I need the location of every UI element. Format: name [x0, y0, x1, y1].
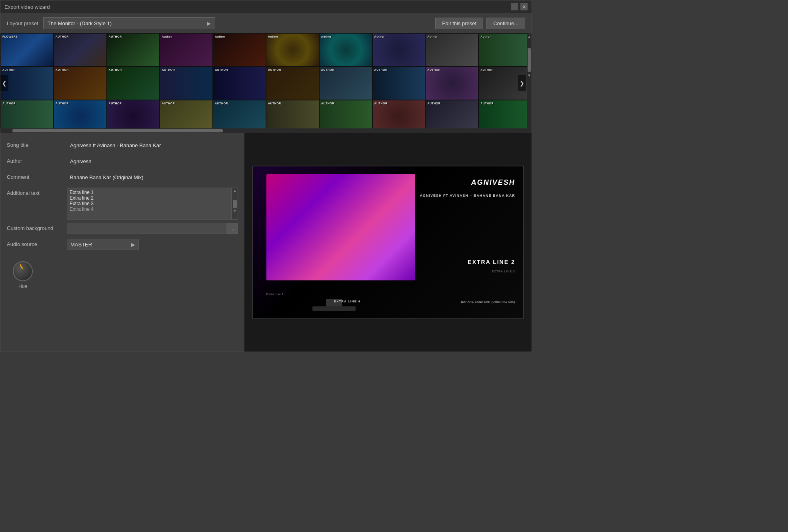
thumb-label: AUTHOR	[162, 102, 175, 105]
thumbnails-nav-right[interactable]: ❯	[518, 75, 526, 91]
additional-text-scrollbar[interactable]: ▲ ▼	[232, 188, 238, 220]
preset-value: The Monitor - (Dark Style 1)	[48, 20, 112, 26]
thumb-label: AUTHOR	[427, 68, 440, 71]
author-row: Author Agnivesh	[7, 156, 238, 168]
preview-author-text: AGNIVESH	[471, 178, 515, 187]
thumb-label: AUTHOR	[215, 102, 228, 105]
thumb-label: AUTHOR	[56, 102, 69, 105]
horizontal-scrollbar[interactable]	[0, 128, 527, 133]
thumb-label: AUTHOR	[480, 68, 494, 71]
additional-text-box[interactable]: Extra line 1 Extra line 2 Extra line 3 E…	[67, 188, 232, 220]
preview-frame: AGNIVESH AGNIVESH FT AVINASH – BAHANE BA…	[252, 166, 524, 319]
additional-text-container: Extra line 1 Extra line 2 Extra line 3 E…	[67, 188, 238, 220]
list-item[interactable]: Author	[213, 33, 266, 66]
list-item[interactable]: AUTHOR	[425, 66, 478, 100]
minimize-button[interactable]: ─	[511, 3, 518, 10]
thumbnails-nav-left[interactable]: ❮	[0, 75, 8, 91]
titlebar-controls: ─ ✕	[511, 3, 528, 10]
audio-source-label: Audio source	[7, 239, 67, 247]
scrollbar-thumb[interactable]	[528, 48, 531, 72]
thumb-label: FLOWERS	[2, 35, 18, 38]
scroll-up-icon[interactable]: ▲	[526, 33, 532, 40]
preview-extra-line4-text: EXTRA LINE 4	[334, 300, 360, 303]
thumb-label: Author	[162, 35, 172, 38]
list-item[interactable]: AUTHOR	[319, 66, 372, 100]
thumb-label: AUTHOR	[2, 102, 16, 105]
thumbnail-row-2: AUTHOR AUTHOR AUTHOR AUTHOR AUTHOR AUTHO…	[0, 66, 532, 100]
custom-background-browse-button[interactable]: ...	[227, 223, 238, 234]
list-item[interactable]: Author	[160, 33, 213, 66]
preview-song-title-text: AGNIVESH FT AVINASH – BAHANE BANA KAR	[420, 194, 515, 198]
chevron-right-icon: ▶	[131, 242, 135, 248]
thumbnail-row-1: FLOWERS AUTHOR AUTHOR Author Author Auth…	[0, 33, 532, 66]
scroll-down-icon[interactable]: ▼	[526, 72, 532, 79]
list-item[interactable]: FLOWERS	[0, 33, 54, 66]
preset-dropdown[interactable]: The Monitor - (Dark Style 1) ▶	[43, 17, 215, 29]
song-title-row: Song title Agnivesh ft Avinash - Bahane …	[7, 140, 238, 152]
comment-label: Comment	[7, 172, 67, 180]
thumb-label: AUTHOR	[374, 68, 388, 71]
list-item[interactable]: Author	[319, 33, 372, 66]
custom-background-label: Custom background	[7, 223, 67, 231]
comment-row: Comment Bahane Bana Kar (Original Mix)	[7, 172, 238, 184]
custom-background-input-row: ...	[67, 223, 238, 234]
knob-indicator	[20, 264, 24, 270]
left-panel: Song title Agnivesh ft Avinash - Bahane …	[0, 133, 244, 352]
continue-button[interactable]: Continue...	[486, 18, 525, 29]
preview-extra-line2-sub-text: EXTRA LINE 3	[492, 270, 515, 273]
custom-background-row: Custom background ...	[7, 223, 238, 236]
layout-preset-label: Layout preset	[7, 20, 38, 26]
vertical-scrollbar[interactable]: ▲ ▼	[527, 33, 532, 133]
text-scroll-up-icon[interactable]: ▲	[232, 188, 238, 194]
thumb-label: AUTHOR	[427, 102, 440, 105]
list-item[interactable]: Author	[266, 33, 319, 66]
preview-monitor-base	[312, 306, 356, 311]
close-button[interactable]: ✕	[520, 3, 528, 10]
audio-source-row: Audio source MASTER ▶	[7, 239, 238, 252]
author-value: Agnivesh	[67, 156, 238, 167]
thumb-label: AUTHOR	[268, 102, 281, 105]
list-item[interactable]: AUTHOR	[107, 66, 160, 100]
main-window: Export video wizard ─ ✕ Layout preset Th…	[0, 0, 532, 352]
author-label: Author	[7, 156, 67, 164]
list-item[interactable]: AUTHOR	[107, 33, 160, 66]
song-title-label: Song title	[7, 140, 67, 148]
header-right-buttons: Edit this preset Continue...	[435, 18, 525, 29]
comment-value: Bahane Bana Kar (Original Mix)	[67, 172, 238, 183]
hue-knob[interactable]	[13, 261, 33, 281]
thumb-label: Author	[321, 35, 332, 38]
list-item[interactable]: AUTHOR	[213, 66, 266, 100]
thumb-label: AUTHOR	[109, 102, 122, 105]
thumbnails-grid: FLOWERS AUTHOR AUTHOR Author Author Auth…	[0, 33, 532, 133]
text-scroll-down-icon[interactable]: ▼	[232, 208, 238, 214]
thumb-label: Author	[268, 35, 278, 38]
list-item[interactable]: Author	[372, 33, 426, 66]
text-scroll-thumb[interactable]	[233, 200, 237, 208]
thumb-label: AUTHOR	[480, 102, 494, 105]
thumb-label: AUTHOR	[56, 68, 69, 71]
thumbnails-area: ❮ FLOWERS AUTHOR AUTHOR Author Author Au…	[0, 33, 532, 133]
list-item[interactable]: Author	[425, 33, 478, 66]
horizontal-scrollbar-thumb[interactable]	[12, 129, 223, 132]
additional-line-4: Extra line 4	[70, 206, 229, 212]
custom-background-input[interactable]	[67, 223, 227, 234]
preview-monitor-screen	[266, 174, 415, 280]
list-item[interactable]: Author	[478, 33, 532, 66]
list-item[interactable]: AUTHOR	[54, 33, 107, 66]
thumb-label: AUTHOR	[321, 68, 334, 71]
chevron-right-icon: ▶	[207, 20, 211, 26]
list-item[interactable]: AUTHOR	[54, 66, 107, 100]
additional-text-row: Additional text Extra line 1 Extra line …	[7, 188, 238, 220]
list-item[interactable]: AUTHOR	[266, 66, 319, 100]
preview-comment-text: BAHANE BANA KAR (ORIGINAL MIX)	[461, 300, 515, 303]
right-preview: AGNIVESH AGNIVESH FT AVINASH – BAHANE BA…	[244, 133, 532, 352]
thumb-label: AUTHOR	[215, 68, 228, 71]
thumb-label: AUTHOR	[56, 35, 69, 38]
preview-extra-line1-text: Extra Line 1	[266, 293, 284, 296]
edit-preset-button[interactable]: Edit this preset	[435, 18, 483, 29]
list-item[interactable]: AUTHOR	[160, 66, 213, 100]
thumb-label: Author	[374, 35, 385, 38]
audio-source-dropdown[interactable]: MASTER ▶	[67, 239, 139, 250]
additional-text-label: Additional text	[7, 188, 67, 196]
list-item[interactable]: AUTHOR	[372, 66, 426, 100]
